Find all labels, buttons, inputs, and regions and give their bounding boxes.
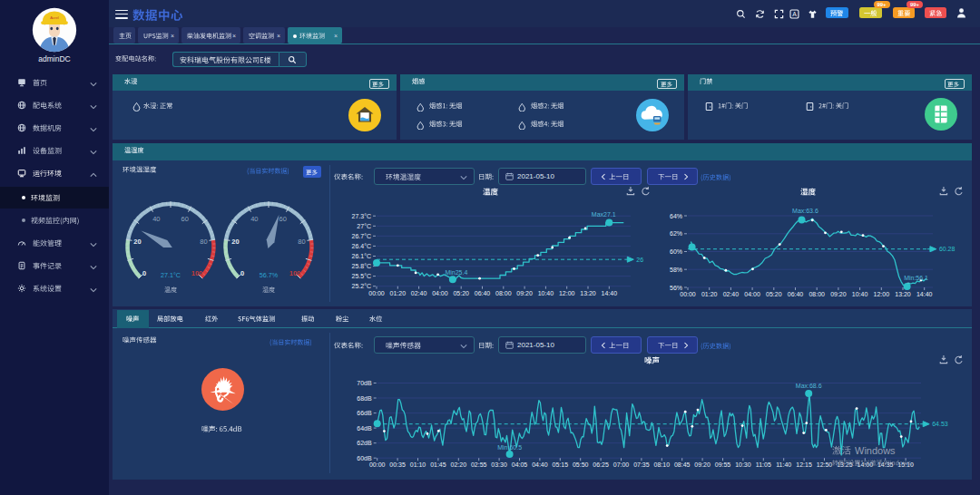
svg-text:62dB: 62dB <box>357 440 372 446</box>
svg-text:66dB: 66dB <box>357 410 372 416</box>
svg-text:70dB: 70dB <box>357 380 372 386</box>
svg-text:64.53: 64.53 <box>932 421 948 427</box>
svg-text:03:30: 03:30 <box>491 461 507 468</box>
svg-text:12:50: 12:50 <box>817 461 833 468</box>
svg-text:11:05: 11:05 <box>756 461 771 468</box>
svg-text:05:15: 05:15 <box>553 461 569 468</box>
svg-text:68dB: 68dB <box>357 395 372 402</box>
svg-text:00:35: 00:35 <box>389 461 406 468</box>
svg-text:02:20: 02:20 <box>451 461 467 468</box>
svg-text:07:35: 07:35 <box>633 461 650 468</box>
svg-text:05:50: 05:50 <box>573 461 589 468</box>
svg-text:10:30: 10:30 <box>735 461 751 468</box>
svg-text:01:45: 01:45 <box>430 461 446 468</box>
svg-text:08:10: 08:10 <box>654 461 671 468</box>
svg-text:04:40: 04:40 <box>532 461 548 468</box>
svg-text:12:15: 12:15 <box>796 461 812 468</box>
svg-text:02:55: 02:55 <box>471 461 487 468</box>
svg-text:01:10: 01:10 <box>410 461 426 468</box>
svg-text:64dB: 64dB <box>357 425 372 432</box>
svg-text:09:20: 09:20 <box>694 461 710 468</box>
svg-text:Max:68.6: Max:68.6 <box>796 383 822 389</box>
svg-text:04:05: 04:05 <box>512 461 528 468</box>
svg-text:00:00: 00:00 <box>369 461 386 468</box>
svg-text:08:45: 08:45 <box>674 461 691 468</box>
svg-text:06:25: 06:25 <box>593 461 609 468</box>
svg-text:09:55: 09:55 <box>715 461 731 468</box>
svg-text:07:00: 07:00 <box>613 461 630 468</box>
svg-text:60dB: 60dB <box>357 455 372 461</box>
svg-text:Min:60.5: Min:60.5 <box>497 444 522 451</box>
svg-text:11:40: 11:40 <box>776 461 791 468</box>
